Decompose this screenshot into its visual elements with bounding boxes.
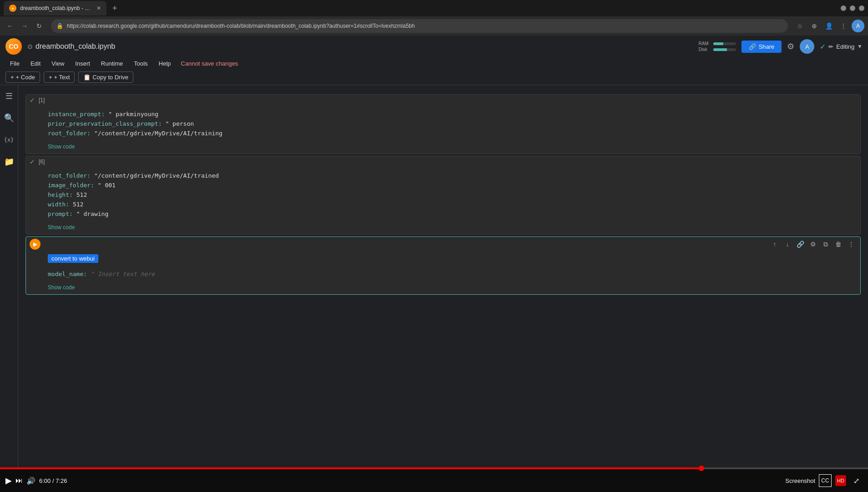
cell-down-arrow-icon[interactable]: ↓ <box>782 239 793 250</box>
video-right-controls: Screenshot CC HD ⤢ <box>785 474 863 487</box>
cell-active-header: ▶ <box>26 237 860 251</box>
tab-close-button[interactable]: ✕ <box>96 5 101 11</box>
video-volume-button[interactable]: 🔊 <box>26 477 36 485</box>
extension-icon[interactable]: ⊕ <box>808 20 821 32</box>
menu-runtime[interactable]: Runtime <box>96 58 127 69</box>
video-time-display: 6:00 / 7:26 <box>39 477 67 484</box>
cell-6-field-2: image_folder: " 001 <box>48 180 853 190</box>
cell-link-icon[interactable]: 🔗 <box>795 239 806 250</box>
cell-6-show-code[interactable]: Show code <box>26 222 860 234</box>
cell-1-header: ✓ [1] <box>26 95 860 106</box>
url-text: https://colab.research.google.com/github… <box>67 23 415 29</box>
menu-edit[interactable]: Edit <box>26 58 45 69</box>
cell-settings-icon[interactable]: ⚙ <box>807 239 818 250</box>
tab-title: dreambooth_colab.ipynb - Colab <box>20 5 93 11</box>
field-width-value[interactable]: 512 <box>73 201 83 208</box>
disk-usage-fill <box>713 48 727 51</box>
menu-help[interactable]: Help <box>154 58 176 69</box>
cannot-save-text[interactable]: Cannot save changes <box>181 60 238 67</box>
cell-active-run-button[interactable]: ▶ <box>30 239 41 250</box>
field-height-value[interactable]: 512 <box>76 191 87 198</box>
cell-up-arrow-icon[interactable]: ↑ <box>769 239 780 250</box>
reload-button[interactable]: ↻ <box>33 20 46 32</box>
minimize-button[interactable] <box>841 5 846 11</box>
field-image-folder-value[interactable]: " 001 <box>98 182 116 189</box>
notebook-filename: ⊙ dreambooth_colab.ipynb <box>27 42 115 51</box>
cell-1-field-1: instance_prompt: " parkminyoung <box>48 109 853 119</box>
menu-view[interactable]: View <box>47 58 69 69</box>
ram-disk-indicator: RAM Disk <box>699 41 736 52</box>
profile-icon[interactable]: 👤 <box>822 20 835 32</box>
colab-logo: CO <box>5 38 22 55</box>
sidebar-item-search[interactable]: 🔍 <box>2 111 16 125</box>
video-play-button[interactable]: ▶ <box>5 476 12 486</box>
video-current-time: 6:00 <box>39 477 51 484</box>
video-captions-button[interactable]: CC <box>819 474 832 487</box>
field-instance-prompt-value[interactable]: " parkminyoung <box>108 111 158 118</box>
back-button[interactable]: ← <box>4 20 16 32</box>
sidebar: ☰ 🔍 {x} 📁 <box>0 85 18 482</box>
cell-container-active: ↑ ↓ 🔗 ⚙ ⧉ 🗑 ⋮ ▶ convert to webui <box>18 236 868 295</box>
cell-1-content: instance_prompt: " parkminyoung prior_pr… <box>26 106 860 142</box>
cell-active-title[interactable]: convert to webui <box>48 254 98 263</box>
maximize-button[interactable] <box>850 5 855 11</box>
cell-container-1: ✓ [1] instance_prompt: " parkminyoung pr… <box>18 94 868 154</box>
active-tab[interactable]: ● dreambooth_colab.ipynb - Colab ✕ <box>4 1 107 15</box>
ram-usage-bar <box>713 42 736 45</box>
menu-insert[interactable]: Insert <box>71 58 95 69</box>
video-red-icon[interactable]: HD <box>835 475 846 486</box>
toolbar: + + Code + + Text 📋 Copy to Drive <box>0 70 868 85</box>
lock-icon: 🔒 <box>56 23 63 29</box>
settings-button[interactable]: ⚙ <box>783 39 798 54</box>
cell-6: ✓ [6] root_folder: "/content/gdrive/MyDr… <box>25 156 861 235</box>
menu-tools[interactable]: Tools <box>129 58 152 69</box>
ram-label: RAM <box>699 41 711 46</box>
cell-1-show-code[interactable]: Show code <box>26 142 860 154</box>
share-button[interactable]: 🔗 Share <box>741 41 782 53</box>
menu-bar: File Edit View Insert Runtime Tools Help… <box>0 57 868 70</box>
empty-space <box>18 297 868 388</box>
more-options-icon[interactable]: ⋮ <box>837 20 850 32</box>
video-skip-button[interactable]: ⏭ <box>15 477 23 485</box>
cell-copy-icon[interactable]: ⧉ <box>820 239 831 250</box>
add-code-button[interactable]: + + Code <box>5 72 40 83</box>
cell-active-show-code[interactable]: Show code <box>26 282 860 294</box>
video-progress-bar[interactable] <box>0 467 868 469</box>
field-root-folder-6-value[interactable]: "/content/gdrive/MyDrive/AI/trained <box>94 172 219 179</box>
new-tab-button[interactable]: + <box>108 2 121 15</box>
cell-1-field-3: root_folder: "/content/gdrive/MyDrive/AI… <box>48 128 853 138</box>
copy-to-drive-button[interactable]: 📋 Copy to Drive <box>78 72 133 83</box>
github-icon: ⊙ <box>27 43 33 50</box>
cell-1-checkmark: ✓ <box>30 97 35 104</box>
cell-6-header: ✓ [6] <box>26 156 860 167</box>
cell-more-icon[interactable]: ⋮ <box>846 239 857 250</box>
field-prompt-value[interactable]: " drawing <box>76 210 108 217</box>
add-text-button[interactable]: + + Text <box>44 72 75 83</box>
field-root-folder-6-label: root_folder: <box>48 172 91 179</box>
share-icon: 🔗 <box>749 43 756 50</box>
sidebar-item-menu[interactable]: ☰ <box>2 89 16 103</box>
cell-trash-icon[interactable]: 🗑 <box>833 239 844 250</box>
chevron-down-icon[interactable]: ▼ <box>857 43 863 50</box>
field-root-folder-value[interactable]: "/content/gdrive/MyDrive/AI/training <box>94 130 223 137</box>
menu-file[interactable]: File <box>5 58 24 69</box>
ram-usage-fill <box>713 42 724 45</box>
forward-button[interactable]: → <box>18 20 31 32</box>
plus-code-icon: + <box>10 74 14 81</box>
close-button[interactable] <box>859 5 864 11</box>
user-avatar[interactable]: A <box>852 20 864 32</box>
sidebar-item-variables[interactable]: {x} <box>2 133 16 147</box>
bookmark-icon[interactable]: ☆ <box>793 20 806 32</box>
share-label: Share <box>759 43 775 50</box>
field-model-name-value[interactable]: " Insert text here <box>91 271 155 277</box>
pencil-icon: ✏ <box>828 43 833 50</box>
field-instance-prompt-label: instance_prompt: <box>48 111 105 118</box>
address-bar[interactable]: 🔒 https://colab.research.google.com/gith… <box>51 19 788 33</box>
disk-usage-bar <box>713 48 736 51</box>
sidebar-item-files[interactable]: 📁 <box>2 154 16 169</box>
video-fullscreen-button[interactable]: ⤢ <box>850 474 863 487</box>
colab-user-avatar[interactable]: A <box>800 39 814 54</box>
colab-app: CO ⊙ dreambooth_colab.ipynb RAM Disk <box>0 36 868 492</box>
cell-1: ✓ [1] instance_prompt: " parkminyoung pr… <box>25 94 861 154</box>
field-prior-preservation-value[interactable]: " person <box>165 120 194 127</box>
